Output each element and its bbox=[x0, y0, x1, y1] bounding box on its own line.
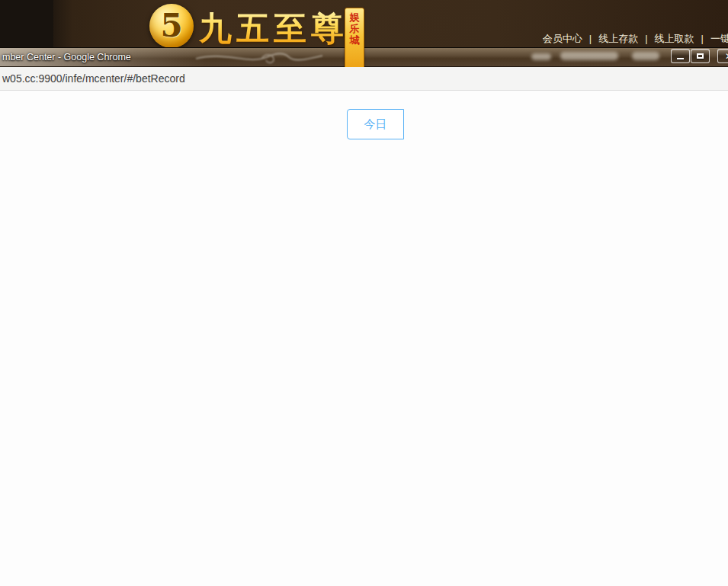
header-left-dark-area bbox=[0, 0, 53, 47]
brand-title: 九五至尊 bbox=[199, 7, 348, 51]
minimize-icon bbox=[677, 58, 684, 59]
titlebar-blurred-text bbox=[560, 52, 618, 60]
minimize-button[interactable] bbox=[671, 49, 690, 63]
maximize-button[interactable] bbox=[691, 49, 710, 63]
close-icon: ✕ bbox=[725, 51, 728, 62]
nav-separator: | bbox=[701, 33, 704, 44]
nav-online-withdraw[interactable]: 线上取款 bbox=[655, 33, 694, 44]
today-label: 今日 bbox=[364, 117, 387, 132]
nav-separator: | bbox=[645, 33, 647, 44]
nav-separator: | bbox=[589, 33, 592, 44]
nav-member-center[interactable]: 会员中心 bbox=[543, 33, 582, 44]
page-content bbox=[0, 91, 728, 586]
address-bar[interactable]: w05.cc:9900/infe/mcenter/#/betRecord bbox=[0, 67, 728, 91]
titlebar-blurred-text bbox=[531, 53, 551, 60]
today-button[interactable]: 今日 bbox=[347, 109, 404, 139]
close-button[interactable]: ✕ bbox=[717, 49, 728, 63]
brand-badge-text: 娱乐城 bbox=[349, 11, 360, 46]
brand-badge: 娱乐城 bbox=[345, 8, 364, 72]
brand-mark: 5 bbox=[160, 7, 182, 44]
nav-one-key[interactable]: 一键归 bbox=[710, 33, 728, 44]
window-title: mber Center - Google Chrome bbox=[2, 52, 131, 62]
top-nav: 会员中心|线上存款|线上取款|一键归 bbox=[543, 32, 728, 46]
nav-online-deposit[interactable]: 线上存款 bbox=[598, 33, 638, 44]
url-text: w05.cc:9900/infe/mcenter/#/betRecord bbox=[2, 72, 185, 85]
brand-logo-icon: 5 bbox=[149, 4, 194, 48]
screen: 5 九五至尊 会员中心|线上存款|线上取款|一键归 娱乐城 mber Cente… bbox=[0, 0, 728, 586]
titlebar-blurred-text bbox=[632, 52, 659, 60]
maximize-icon bbox=[697, 53, 704, 59]
titlebar-decoration bbox=[194, 48, 324, 66]
